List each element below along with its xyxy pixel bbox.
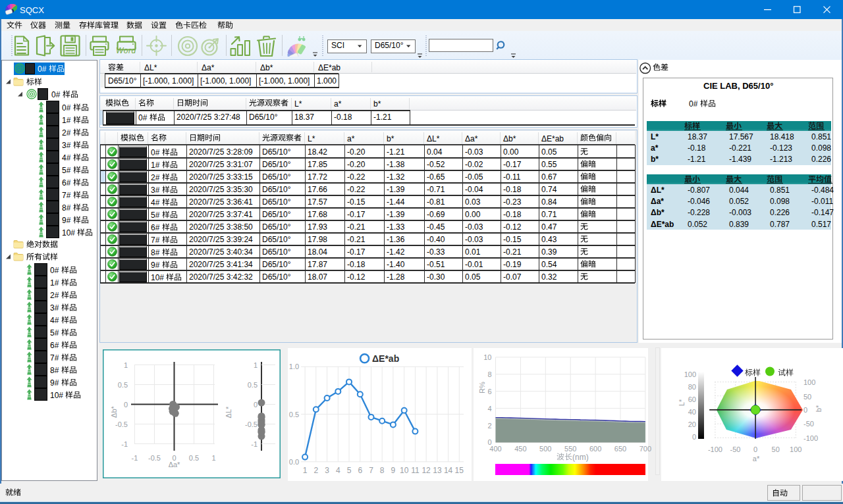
svg-text:60: 60	[688, 395, 696, 403]
svg-text:40: 40	[688, 408, 696, 416]
svg-text:9: 9	[391, 466, 396, 475]
svg-text:10: 10	[483, 353, 491, 361]
svg-text:0.0: 0.0	[289, 458, 299, 466]
svg-text:14: 14	[444, 466, 453, 475]
svg-text:1: 1	[211, 454, 215, 462]
svg-text:1: 1	[303, 466, 308, 475]
svg-text:100: 100	[684, 370, 696, 378]
svg-text:Δb*: Δb*	[110, 405, 118, 417]
svg-text:7: 7	[369, 466, 373, 475]
svg-text:6: 6	[358, 466, 362, 475]
svg-text:50: 50	[803, 393, 811, 401]
svg-text:20: 20	[688, 420, 696, 428]
svg-text:4: 4	[336, 466, 340, 475]
svg-text:-1: -1	[251, 440, 258, 448]
svg-text:5: 5	[347, 466, 352, 475]
svg-text:-50: -50	[730, 445, 741, 453]
svg-text:11: 11	[411, 466, 420, 475]
svg-text:8: 8	[380, 466, 385, 475]
svg-text:-100: -100	[803, 434, 818, 442]
svg-text:4: 4	[487, 405, 491, 413]
svg-text:R%: R%	[478, 382, 486, 393]
svg-text:100: 100	[790, 445, 802, 453]
svg-text:3: 3	[325, 466, 329, 475]
svg-text:-100: -100	[708, 445, 722, 453]
svg-text:1: 1	[124, 361, 128, 369]
svg-text:0.5: 0.5	[189, 454, 199, 462]
svg-text:ΔL*: ΔL*	[225, 406, 232, 418]
svg-text:100: 100	[803, 378, 815, 386]
svg-text:a*: a*	[753, 455, 760, 463]
svg-text:Δa*: Δa*	[169, 461, 180, 468]
svg-text:10: 10	[400, 466, 409, 475]
svg-text:0.5: 0.5	[118, 381, 128, 389]
svg-text:-50: -50	[803, 420, 814, 428]
svg-text:b*: b*	[815, 405, 823, 412]
svg-text:13: 13	[433, 466, 442, 475]
svg-text:600: 600	[589, 445, 601, 453]
svg-text:-0.5: -0.5	[245, 420, 258, 428]
svg-text:0: 0	[487, 438, 491, 446]
svg-text:6: 6	[487, 388, 491, 395]
svg-text:80: 80	[688, 383, 696, 391]
svg-text:1.0: 1.0	[289, 363, 299, 370]
svg-text:L*: L*	[678, 399, 686, 406]
svg-text:ΔE*ab: ΔE*ab	[372, 353, 399, 364]
svg-text:50: 50	[772, 445, 780, 453]
svg-text:-0.5: -0.5	[115, 420, 128, 428]
svg-text:-0.5: -0.5	[148, 454, 161, 462]
svg-text:650: 650	[614, 445, 626, 453]
svg-text:15: 15	[455, 466, 464, 475]
svg-text:0: 0	[254, 401, 258, 409]
svg-text:0: 0	[753, 445, 757, 453]
svg-text:0: 0	[124, 401, 128, 409]
svg-text:0: 0	[692, 433, 696, 441]
svg-text:500: 500	[539, 445, 551, 453]
svg-text:0.5: 0.5	[289, 411, 299, 418]
svg-text:2: 2	[313, 466, 318, 475]
svg-text:0: 0	[803, 406, 807, 414]
svg-text:-1: -1	[132, 454, 138, 462]
svg-text:700: 700	[639, 445, 651, 453]
svg-text:450: 450	[514, 445, 526, 453]
svg-text:8: 8	[487, 370, 491, 378]
svg-text:1: 1	[254, 361, 258, 369]
svg-text:12: 12	[422, 466, 431, 475]
svg-text:-1: -1	[121, 440, 128, 448]
svg-text:2: 2	[487, 422, 491, 430]
svg-text:0.5: 0.5	[248, 381, 258, 389]
